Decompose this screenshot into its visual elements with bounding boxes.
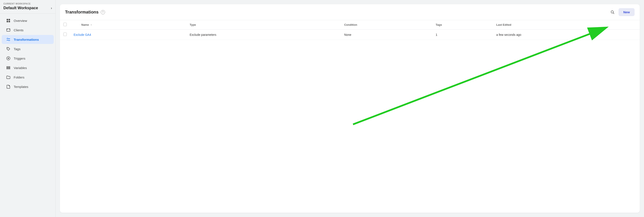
sort-asc-icon: ↑: [90, 23, 92, 26]
sidebar: CURRENT WORKSPACE Default Workspace › Ov…: [0, 0, 56, 217]
card-header: Transformations ? New: [60, 4, 640, 20]
svg-rect-2: [7, 21, 8, 22]
variables-icon: [6, 65, 11, 70]
main-content: Transformations ? New: [56, 0, 644, 217]
transformations-icon: [6, 37, 11, 42]
sidebar-item-templates-label: Templates: [14, 85, 28, 88]
sidebar-item-templates[interactable]: Templates: [2, 82, 54, 91]
workspace-header: CURRENT WORKSPACE Default Workspace ›: [0, 0, 56, 14]
col-header-last-edited: Last Edited: [493, 20, 640, 30]
col-header-condition: Condition: [341, 20, 432, 30]
svg-rect-10: [9, 66, 10, 69]
table-body: Exclude GA4 Exclude parameters None 1 a …: [60, 30, 640, 40]
workspace-name-text: Default Workspace: [4, 6, 38, 10]
sidebar-item-triggers-label: Triggers: [14, 57, 25, 60]
col-header-type: Type: [186, 20, 340, 30]
search-button[interactable]: [609, 8, 616, 16]
row-last-edited-cell: a few seconds ago: [493, 30, 640, 40]
card-title-group: Transformations ?: [65, 10, 105, 15]
sidebar-item-folders[interactable]: Folders: [2, 73, 54, 82]
sidebar-item-clients[interactable]: Clients: [2, 26, 54, 35]
svg-rect-8: [7, 66, 8, 69]
help-icon[interactable]: ?: [101, 10, 105, 14]
sidebar-item-clients-label: Clients: [14, 28, 24, 32]
svg-rect-9: [8, 66, 9, 69]
templates-icon: [6, 84, 11, 89]
sidebar-item-tags-label: Tags: [14, 47, 20, 51]
table-container: Name ↑ Type Condition Tags Last Edited: [60, 20, 640, 213]
row-checkbox-cell: [60, 30, 70, 40]
sidebar-item-overview[interactable]: Overview: [2, 16, 54, 25]
select-all-checkbox[interactable]: [63, 23, 67, 26]
sidebar-item-overview-label: Overview: [14, 19, 27, 23]
svg-point-5: [8, 48, 8, 49]
content-card: Transformations ? New: [60, 4, 640, 213]
sidebar-item-transformations[interactable]: Transformations: [2, 35, 54, 44]
sidebar-item-triggers[interactable]: Triggers: [2, 54, 54, 63]
page-title: Transformations: [65, 10, 99, 15]
svg-point-7: [8, 58, 9, 59]
row-tags-cell: 1: [432, 30, 493, 40]
sidebar-item-transformations-label: Transformations: [14, 38, 39, 41]
row-name-link[interactable]: Exclude GA4: [74, 33, 91, 36]
sidebar-item-folders-label: Folders: [14, 75, 24, 79]
svg-rect-1: [8, 19, 10, 20]
sidebar-item-variables[interactable]: Variables: [2, 63, 54, 72]
overview-icon: [6, 18, 11, 23]
row-condition-cell: None: [341, 30, 432, 40]
row-type-cell: Exclude parameters: [186, 30, 340, 40]
current-workspace-label: CURRENT WORKSPACE: [4, 3, 52, 5]
sidebar-item-tags[interactable]: Tags: [2, 44, 54, 53]
clients-icon: [6, 28, 11, 32]
header-checkbox-cell: [60, 20, 70, 30]
workspace-selector[interactable]: Default Workspace ›: [4, 6, 52, 10]
search-icon: [610, 10, 615, 14]
row-checkbox[interactable]: [63, 33, 67, 36]
sidebar-item-variables-label: Variables: [14, 66, 27, 70]
tags-icon: [6, 47, 11, 51]
workspace-chevron-icon: ›: [51, 6, 52, 10]
transformations-table: Name ↑ Type Condition Tags Last Edited: [60, 20, 640, 40]
triggers-icon: [6, 56, 11, 61]
col-header-name[interactable]: Name ↑: [70, 20, 186, 30]
row-name-cell: Exclude GA4: [70, 30, 186, 40]
new-button[interactable]: New: [618, 8, 634, 16]
table-header: Name ↑ Type Condition Tags Last Edited: [60, 20, 640, 30]
folders-icon: [6, 75, 11, 79]
svg-rect-3: [8, 21, 10, 22]
col-header-tags: Tags: [432, 20, 493, 30]
table-row: Exclude GA4 Exclude parameters None 1 a …: [60, 30, 640, 40]
svg-rect-0: [7, 19, 8, 20]
header-actions: New: [609, 8, 634, 16]
sidebar-nav: Overview Clients Transformations: [0, 14, 56, 217]
